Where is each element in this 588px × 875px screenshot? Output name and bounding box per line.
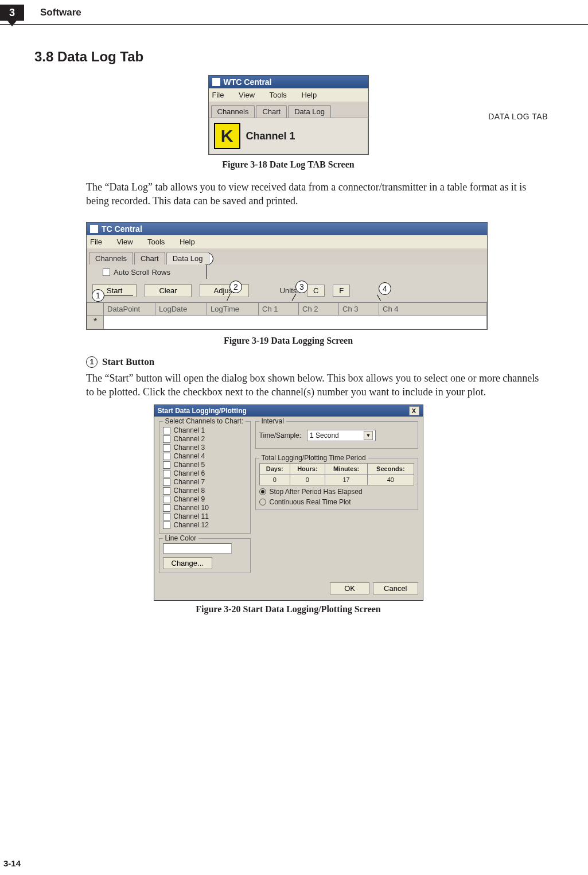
autoscroll-row[interactable]: Auto Scroll Rows xyxy=(103,268,170,277)
period-table: Days: Hours: Minutes: Seconds: 0 0 17 40 xyxy=(259,463,414,485)
select-channels-label: Select Channels to Chart: xyxy=(163,417,246,425)
thermocouple-type-badge: K xyxy=(214,123,240,149)
val-seconds[interactable]: 40 xyxy=(368,475,414,485)
list-item[interactable]: Channel 3 xyxy=(163,444,247,452)
menu-help[interactable]: Help xyxy=(180,238,195,246)
menu-view[interactable]: View xyxy=(239,91,255,99)
list-item[interactable]: Channel 1 xyxy=(163,426,247,434)
channel-label: Channel 9 xyxy=(174,495,205,503)
tab-datalog[interactable]: Data Log xyxy=(288,105,331,118)
timesample-dropdown[interactable]: 1 Second ▼ xyxy=(307,430,376,441)
checkbox[interactable] xyxy=(163,479,170,486)
val-hours[interactable]: 0 xyxy=(290,475,325,485)
list-item[interactable]: Channel 4 xyxy=(163,452,247,460)
col-hours: Hours: xyxy=(290,464,325,475)
menubar: File View Tools Help xyxy=(209,88,368,102)
col-logtime[interactable]: LogTime xyxy=(207,302,259,316)
checkbox[interactable] xyxy=(163,504,170,512)
change-color-button[interactable]: Change... xyxy=(163,557,212,569)
select-channels-group: Select Channels to Chart: Channel 1 Chan… xyxy=(159,421,251,534)
circled-number-1: 1 xyxy=(86,356,98,368)
paragraph-1: The “Data Log” tab allows you to view re… xyxy=(86,180,542,208)
grid-cells[interactable] xyxy=(104,316,487,329)
col-logdate[interactable]: LogDate xyxy=(155,302,207,316)
tab-channels[interactable]: Channels xyxy=(211,105,255,118)
autoscroll-checkbox[interactable] xyxy=(103,269,110,276)
checkbox[interactable] xyxy=(163,461,170,469)
list-item[interactable]: Channel 2 xyxy=(163,435,247,443)
radio-stop-label: Stop After Period Has Elapsed xyxy=(270,488,363,496)
checkbox[interactable] xyxy=(163,487,170,495)
checkbox[interactable] xyxy=(163,470,170,477)
checkbox[interactable] xyxy=(163,453,170,460)
menu-view[interactable]: View xyxy=(117,238,133,246)
col-datapoint[interactable]: DataPoint xyxy=(104,302,155,316)
ok-button[interactable]: OK xyxy=(330,582,369,594)
radio-icon xyxy=(259,499,266,505)
channel-label: Channel 1 xyxy=(174,426,205,434)
radio-continuous[interactable]: Continuous Real Time Plot xyxy=(259,498,414,506)
checkbox[interactable] xyxy=(163,427,170,434)
tab-channels[interactable]: Channels xyxy=(89,252,133,265)
line-color-preview xyxy=(163,543,232,554)
val-days[interactable]: 0 xyxy=(259,475,290,485)
unit-f-button[interactable]: F xyxy=(333,285,350,297)
annotation-3: 3 xyxy=(295,281,308,293)
window-title: TC Central xyxy=(102,224,142,234)
dialog-titlebar: Start Data Logging/Plotting X xyxy=(154,405,423,417)
toolbar: Auto Scroll Rows Start Clear Adjust Unit… xyxy=(87,265,487,302)
checkbox[interactable] xyxy=(163,496,170,503)
col-minutes: Minutes: xyxy=(325,464,367,475)
tab-datalog[interactable]: Data Log xyxy=(166,252,209,265)
checkbox[interactable] xyxy=(163,513,170,520)
tab-chart[interactable]: Chart xyxy=(256,105,287,118)
radio-stop-after[interactable]: Stop After Period Has Elapsed xyxy=(259,488,414,496)
menu-help[interactable]: Help xyxy=(301,91,317,99)
annotation-5-line xyxy=(207,265,207,279)
col-ch1[interactable]: Ch 1 xyxy=(259,302,299,316)
interval-label: Interval xyxy=(259,417,286,425)
list-item[interactable]: Channel 11 xyxy=(163,512,247,520)
list-item[interactable]: Channel 6 xyxy=(163,469,247,477)
timesample-value: 1 Second xyxy=(310,431,339,440)
annotation-4: 4 xyxy=(379,282,391,295)
clear-button[interactable]: Clear xyxy=(145,284,191,297)
annotation-1-line xyxy=(104,295,133,296)
col-seconds: Seconds: xyxy=(368,464,414,475)
menubar: File View Tools Help xyxy=(87,235,487,248)
list-item[interactable]: Channel 10 xyxy=(163,504,247,512)
unit-c-button[interactable]: C xyxy=(307,285,325,297)
checkbox[interactable] xyxy=(163,444,170,452)
menu-tools[interactable]: Tools xyxy=(147,238,165,246)
cancel-button[interactable]: Cancel xyxy=(373,582,418,594)
figure-3-18: WTC Central File View Tools Help Channel… xyxy=(208,75,369,155)
list-item[interactable]: Channel 5 xyxy=(163,461,247,469)
list-item[interactable]: Channel 8 xyxy=(163,487,247,495)
list-item[interactable]: Channel 12 xyxy=(163,521,247,529)
timesample-label: Time/Sample: xyxy=(259,431,302,440)
tab-chart[interactable]: Chart xyxy=(134,252,165,265)
tab-body: K Channel 1 xyxy=(209,118,368,154)
chapter-tab: 3 Software xyxy=(0,5,81,21)
period-label: Total Logging/Plotting Time Period xyxy=(259,454,368,462)
menu-file[interactable]: File xyxy=(212,91,224,99)
checkbox[interactable] xyxy=(163,435,170,443)
col-ch4[interactable]: Ch 4 xyxy=(379,302,487,316)
checkbox[interactable] xyxy=(163,522,170,529)
menu-tools[interactable]: Tools xyxy=(269,91,286,99)
list-item[interactable]: Channel 9 xyxy=(163,495,247,503)
radio-cont-label: Continuous Real Time Plot xyxy=(270,498,351,506)
col-ch2[interactable]: Ch 2 xyxy=(299,302,339,316)
col-days: Days: xyxy=(259,464,290,475)
menu-file[interactable]: File xyxy=(90,238,102,246)
channel-label: Channel 10 xyxy=(174,504,209,512)
list-item[interactable]: Channel 7 xyxy=(163,478,247,486)
figure-3-19: TC Central File View Tools Help Channels… xyxy=(86,222,488,330)
grid-row-marker: * xyxy=(87,316,104,329)
close-icon[interactable]: X xyxy=(409,406,419,415)
channel-list: Channel 1 Channel 2 Channel 3 Channel 4 … xyxy=(163,426,247,529)
val-minutes[interactable]: 17 xyxy=(325,475,367,485)
window-titlebar: WTC Central xyxy=(209,76,368,88)
chapter-arrow-icon xyxy=(7,21,17,26)
col-ch3[interactable]: Ch 3 xyxy=(339,302,379,316)
